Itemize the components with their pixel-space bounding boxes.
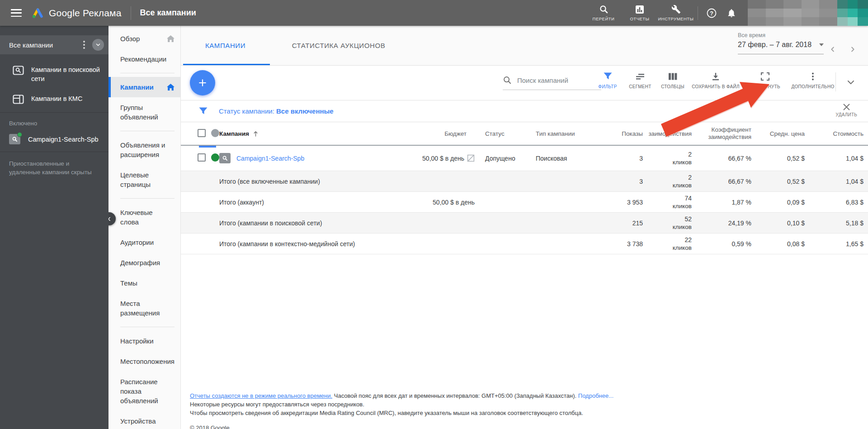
collapse-toolbar-button[interactable]: [842, 75, 860, 90]
tab-strip: КАМПАНИИ СТАТИСТИКА АУКЦИОНОВ Все время …: [181, 26, 868, 66]
tree-section-label: Включено: [0, 113, 108, 130]
table-header-row: Кампания Бюджет Статус Тип кампании Пока…: [181, 122, 868, 146]
column-header-avg-price[interactable]: Средн. цена: [751, 130, 805, 137]
total-row-account: Итого (аккаунт) 50,00 $ в день 3 953 74к…: [181, 192, 868, 213]
search-icon: [599, 5, 609, 14]
toolbar-buttons: ФИЛЬТР СЕГМЕНТ СТОЛБЦЫ: [591, 72, 838, 89]
nav-item-landing-pages[interactable]: Целевые страницы: [108, 165, 180, 195]
tree-more-icon[interactable]: [80, 38, 92, 52]
tree-item-campaign1[interactable]: Campaign1-Search-Spb: [0, 130, 108, 152]
tree-item-search-campaigns[interactable]: Кампании в поисковой сети: [0, 60, 108, 89]
budget-cell[interactable]: 50,00 $ в день: [368, 154, 475, 162]
column-header-budget[interactable]: Бюджет: [368, 130, 475, 137]
menu-icon[interactable]: [11, 9, 22, 17]
column-header-status[interactable]: Статус: [475, 130, 525, 137]
close-icon: [843, 103, 850, 111]
nav-item-ads-extensions[interactable]: Объявления и расширения: [108, 135, 180, 165]
nav-item-keywords[interactable]: Ключевые слова: [108, 202, 180, 232]
interaction-rate-cell: 0,59 %: [692, 240, 751, 248]
nav-item-ad-groups[interactable]: Группы объявлений: [108, 97, 180, 127]
search-box: [503, 76, 601, 90]
remove-filter-button[interactable]: УДАЛИТЬ: [836, 103, 857, 117]
row-checkbox[interactable]: [198, 153, 206, 162]
avg-price-cell: 0,08 $: [751, 240, 805, 248]
nav-item-demographics[interactable]: Демография: [108, 253, 180, 273]
expand-button[interactable]: РАЗВЕРНУТЬ: [742, 72, 788, 89]
interaction-rate-cell: 66,67 %: [692, 155, 751, 162]
filter-bar: Статус кампании: Все включенные УДАЛИТЬ: [181, 100, 868, 122]
account-info-redacted[interactable]: [748, 0, 837, 26]
column-header-type[interactable]: Тип кампании: [525, 130, 598, 137]
help-button[interactable]: ?: [702, 0, 722, 26]
date-range-picker[interactable]: Все время 27 февр. – 7 авг. 2018: [738, 32, 824, 54]
nav-item-locations[interactable]: Местоположения: [108, 351, 180, 372]
segment-button[interactable]: СЕГМЕНТ: [624, 72, 656, 89]
edit-disabled-icon: [467, 154, 475, 162]
avatar[interactable]: [837, 0, 868, 26]
google-ads-app: Google Реклама Все кампании ПЕРЕЙТИ ОТЧЕ…: [0, 0, 868, 429]
tab-campaigns[interactable]: КАМПАНИИ: [181, 26, 270, 65]
svg-text:?: ?: [710, 10, 713, 16]
status-filter-chip[interactable]: Статус кампании: Все включенные: [199, 107, 334, 115]
nav-item-topics[interactable]: Темы: [108, 273, 180, 293]
google-ads-logo[interactable]: Google Реклама: [32, 7, 122, 19]
column-header-cost[interactable]: Стоимость: [805, 130, 863, 137]
nav-item-placements[interactable]: Места размещения: [108, 293, 180, 323]
product-name: Google Реклама: [49, 8, 122, 19]
learn-more-link[interactable]: Подробнее...: [578, 392, 613, 399]
status-circle-icon[interactable]: [211, 129, 219, 137]
nav-item-recommendations[interactable]: Рекомендации: [108, 49, 180, 69]
impressions-cell: 215: [598, 219, 643, 227]
column-header-impressions[interactable]: Показы: [598, 130, 643, 137]
columns-button[interactable]: СТОЛБЦЫ: [656, 72, 689, 89]
search-campaign-icon: [13, 66, 24, 75]
section-nav: Обзор Рекомендации Кампании Группы объяв…: [108, 26, 181, 429]
tree-item-display-campaigns[interactable]: Кампании в КМС: [0, 89, 108, 110]
date-next-button[interactable]: [846, 43, 859, 56]
reports-button[interactable]: ОТЧЕТЫ: [622, 0, 658, 26]
nav-item-audiences[interactable]: Аудитории: [108, 232, 180, 253]
select-all-checkbox[interactable]: [198, 129, 206, 137]
avg-price-cell: 0,52 $: [751, 178, 805, 185]
sort-ascending-icon: [253, 130, 259, 137]
filter-icon: [604, 72, 612, 81]
campaign-badge-icon: [9, 134, 20, 144]
column-header-campaign[interactable]: Кампания: [219, 130, 368, 137]
date-prev-button[interactable]: [826, 43, 839, 56]
tab-auction-insights[interactable]: СТАТИСТИКА АУКЦИОНОВ: [283, 26, 394, 65]
tree-collapse-button[interactable]: [92, 39, 104, 51]
column-header-interaction-rate[interactable]: Коэффициент заимодействия: [692, 126, 751, 141]
nav-item-overview[interactable]: Обзор: [108, 29, 180, 49]
filter-button[interactable]: ФИЛЬТР: [591, 72, 624, 89]
nav-item-ad-schedule[interactable]: Расписание показа объявлений: [108, 372, 180, 411]
impressions-cell: 3 953: [598, 199, 643, 206]
filter-label: Статус кампании:: [219, 107, 274, 115]
nav-item-settings[interactable]: Настройки: [108, 331, 180, 351]
cost-cell: 1,04 $: [805, 155, 863, 162]
filter-icon: [199, 107, 208, 115]
help-icon: ?: [706, 8, 717, 19]
download-button[interactable]: СОХРАНИТЬ В ФАЙЛ: [689, 72, 742, 89]
date-range-value: 27 февр. – 7 авг. 2018: [738, 41, 811, 49]
total-row-display-campaigns: Итого (кампании в контекстно-медийной се…: [181, 234, 868, 254]
horizontal-scrollbar-thumb[interactable]: [199, 146, 216, 148]
report-footnote: Отчеты создаются не в режиме реального в…: [190, 391, 732, 429]
search-input[interactable]: [517, 76, 595, 84]
nav-item-devices[interactable]: Устройства: [108, 411, 180, 429]
chevron-left-icon: [829, 45, 837, 53]
more-options-button[interactable]: ДОПОЛНИТЕЛЬНО: [788, 72, 838, 89]
tools-button[interactable]: ИНСТРУМЕНТЫ: [658, 0, 694, 26]
enabled-status-dot[interactable]: [211, 153, 219, 162]
nav-item-campaigns[interactable]: Кампании: [108, 77, 180, 97]
realtime-report-link[interactable]: Отчеты создаются не в режиме реального в…: [190, 392, 332, 399]
chevron-right-icon: [849, 45, 857, 53]
cost-cell: 1,65 $: [805, 240, 863, 248]
campaign-name-link[interactable]: Campaign1-Search-Spb: [236, 155, 304, 162]
add-campaign-button[interactable]: [190, 70, 215, 95]
topbar-divider: [698, 6, 698, 20]
column-header-interactions[interactable]: заимодействия: [643, 130, 692, 138]
goto-button[interactable]: ПЕРЕЙТИ: [585, 0, 622, 26]
tree-items: Кампании в поисковой сети Кампании в КМС: [0, 54, 108, 112]
campaigns-table: Кампания Бюджет Статус Тип кампании Пока…: [181, 122, 868, 254]
notifications-button[interactable]: [722, 0, 741, 26]
